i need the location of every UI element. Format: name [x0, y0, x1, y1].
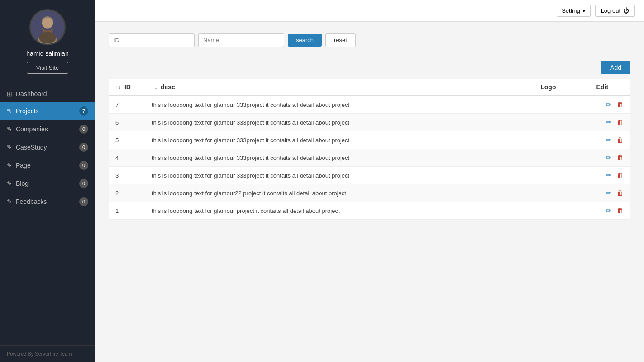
delete-icon[interactable]: 🗑 — [617, 189, 624, 197]
cell-desc: this is looooong text for glamour projec… — [145, 202, 522, 220]
cell-edit: ✏ 🗑 — [574, 114, 630, 131]
cell-logo — [522, 114, 574, 131]
username-label: hamid salimian — [26, 50, 68, 57]
sidebar-item-casestudy[interactable]: ✎ CaseStudy 0 — [0, 138, 95, 156]
cell-edit: ✏ 🗑 — [574, 202, 630, 220]
projects-icon: ✎ — [7, 107, 12, 115]
edit-icon[interactable]: ✏ — [606, 101, 611, 108]
cell-desc: this is looooong text for glamour22 proj… — [145, 184, 522, 202]
cell-desc: this is looooong text for glamour 333pro… — [145, 149, 522, 167]
sort-arrows-desc[interactable]: ↑↓ — [152, 84, 157, 91]
feedbacks-badge: 0 — [79, 197, 88, 206]
cell-edit: ✏ 🗑 — [574, 96, 630, 114]
cell-edit: ✏ 🗑 — [574, 131, 630, 149]
dashboard-icon: ⊞ — [7, 90, 12, 97]
delete-icon[interactable]: 🗑 — [617, 101, 624, 108]
cell-logo — [522, 131, 574, 149]
edit-icon[interactable]: ✏ — [606, 207, 611, 214]
svg-point-4 — [39, 32, 56, 43]
cell-logo — [522, 96, 574, 114]
cell-desc: this is looooong text for glamour 333pro… — [145, 96, 522, 114]
sidebar: hamid salimian Visit Site ⊞ Dashboard ✎ … — [0, 0, 95, 362]
main-content: Setting ▾ Log out ⏻ search reset Add ↑↓ — [95, 0, 644, 362]
topbar: Setting ▾ Log out ⏻ — [95, 0, 644, 22]
avatar — [29, 9, 66, 45]
delete-icon[interactable]: 🗑 — [617, 207, 624, 214]
search-button[interactable]: search — [288, 34, 322, 47]
sidebar-item-label: Page — [16, 162, 79, 169]
table-row: 6 this is looooong text for glamour 333p… — [109, 114, 630, 131]
id-input[interactable] — [109, 33, 195, 47]
reset-button[interactable]: reset — [325, 33, 356, 47]
edit-icon[interactable]: ✏ — [606, 154, 611, 161]
th-logo: Logo — [522, 79, 574, 96]
table-row: 3 this is looooong text for glamour 333p… — [109, 167, 630, 184]
edit-icon[interactable]: ✏ — [606, 118, 611, 126]
sidebar-item-companies[interactable]: ✎ Companies 0 — [0, 120, 95, 138]
cell-id: 2 — [109, 184, 145, 202]
sidebar-item-label: Projects — [16, 107, 79, 115]
sidebar-profile: hamid salimian Visit Site — [0, 0, 95, 81]
th-desc-label: desc — [161, 83, 175, 91]
th-desc[interactable]: ↑↓ desc — [145, 79, 522, 96]
logout-button[interactable]: Log out ⏻ — [595, 5, 635, 17]
sidebar-item-dashboard[interactable]: ⊞ Dashboard — [0, 86, 95, 102]
chevron-down-icon: ▾ — [582, 7, 586, 14]
sidebar-item-label: Companies — [16, 125, 79, 133]
delete-icon[interactable]: 🗑 — [617, 136, 624, 144]
power-icon: ⏻ — [623, 7, 629, 14]
cell-logo — [522, 167, 574, 184]
setting-button[interactable]: Setting ▾ — [557, 5, 590, 17]
projects-table: ↑↓ ID ↑↓ desc Logo Edit 7 this is looooo… — [109, 79, 630, 220]
cell-desc: this is looooong text for glamour 333pro… — [145, 114, 522, 131]
edit-icon[interactable]: ✏ — [606, 136, 611, 144]
page-icon: ✎ — [7, 162, 12, 169]
delete-icon[interactable]: 🗑 — [617, 171, 624, 179]
cell-edit: ✏ 🗑 — [574, 184, 630, 202]
table-row: 4 this is looooong text for glamour 333p… — [109, 149, 630, 167]
edit-icon[interactable]: ✏ — [606, 171, 611, 179]
casestudy-badge: 0 — [79, 143, 88, 152]
page-badge: 0 — [79, 161, 88, 170]
delete-icon[interactable]: 🗑 — [617, 118, 624, 126]
cell-logo — [522, 149, 574, 167]
table-row: 1 this is looooong text for glamour proj… — [109, 202, 630, 220]
blog-icon: ✎ — [7, 180, 12, 187]
page-content: search reset Add ↑↓ ID ↑↓ desc Logo — [95, 22, 644, 362]
search-bar: search reset — [109, 33, 630, 47]
cell-desc: this is looooong text for glamour 333pro… — [145, 131, 522, 149]
add-button[interactable]: Add — [601, 61, 630, 74]
sidebar-item-page[interactable]: ✎ Page 0 — [0, 156, 95, 174]
table-row: 2 this is looooong text for glamour22 pr… — [109, 184, 630, 202]
projects-badge: 7 — [79, 106, 88, 116]
cell-id: 6 — [109, 114, 145, 131]
cell-desc: this is looooong text for glamour 333pro… — [145, 167, 522, 184]
delete-icon[interactable]: 🗑 — [617, 154, 624, 161]
cell-id: 3 — [109, 167, 145, 184]
cell-id: 5 — [109, 131, 145, 149]
edit-icon[interactable]: ✏ — [606, 189, 611, 197]
sidebar-footer: Powered By ServerFire Team — [0, 345, 95, 362]
th-edit: Edit — [574, 79, 630, 96]
cell-id: 4 — [109, 149, 145, 167]
cell-logo — [522, 184, 574, 202]
sidebar-item-label: Dashboard — [16, 90, 88, 97]
companies-badge: 0 — [79, 125, 88, 134]
companies-icon: ✎ — [7, 125, 12, 133]
cell-id: 7 — [109, 96, 145, 114]
sidebar-item-feedbacks[interactable]: ✎ Feedbacks 0 — [0, 193, 95, 211]
cell-id: 1 — [109, 202, 145, 220]
svg-point-3 — [42, 18, 53, 29]
cell-edit: ✏ 🗑 — [574, 149, 630, 167]
visit-site-button[interactable]: Visit Site — [27, 62, 68, 74]
sidebar-item-projects[interactable]: ✎ Projects 7 — [0, 102, 95, 120]
cell-logo — [522, 202, 574, 220]
th-id[interactable]: ↑↓ ID — [109, 79, 145, 96]
sort-arrows-id[interactable]: ↑↓ — [115, 84, 121, 91]
sidebar-item-label: CaseStudy — [16, 144, 79, 151]
name-input[interactable] — [198, 33, 284, 47]
cell-edit: ✏ 🗑 — [574, 167, 630, 184]
sidebar-item-blog[interactable]: ✎ Blog 0 — [0, 174, 95, 193]
sidebar-nav: ⊞ Dashboard ✎ Projects 7 ✎ Companies 0 ✎… — [0, 81, 95, 345]
sidebar-item-label: Blog — [16, 180, 79, 187]
